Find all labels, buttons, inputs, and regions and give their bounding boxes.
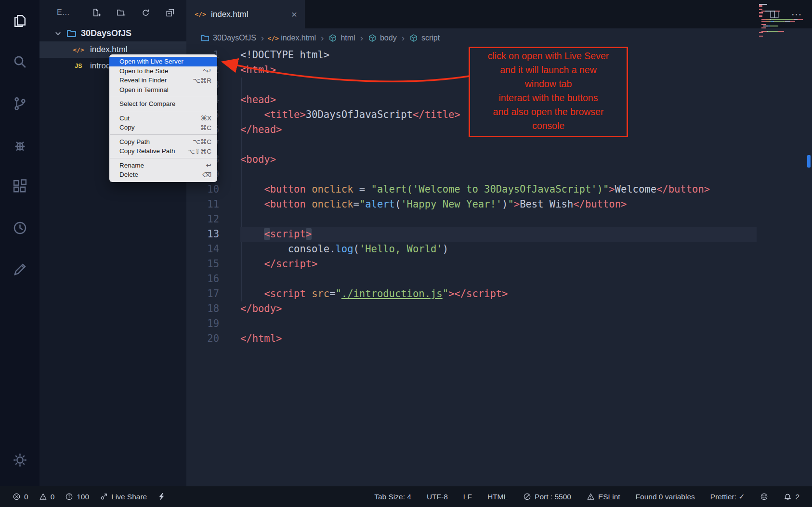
menu-rename[interactable]: Rename↩ — [109, 161, 217, 170]
new-file-icon[interactable] — [92, 8, 101, 17]
status-lf[interactable]: LF — [463, 493, 472, 501]
status-html[interactable]: HTML — [487, 493, 508, 501]
code-line[interactable]: 16 — [186, 272, 757, 286]
activity-clock-icon[interactable] — [0, 207, 39, 248]
js-file-icon: JS — [73, 63, 84, 69]
close-icon[interactable]: × — [291, 9, 297, 19]
line-number: 13 — [186, 227, 219, 242]
annotation-box: click on open with Live Sever and it wil… — [469, 47, 628, 137]
minimap-line — [759, 24, 805, 25]
status-label: Prettier: ✓ — [710, 493, 745, 501]
breadcrumb-index.html[interactable]: </>index.html — [269, 34, 316, 42]
activity-bar-top — [0, 0, 39, 290]
code-line[interactable]: 10 <button onclick = "alert('Welcome to … — [186, 182, 757, 197]
minimap-line — [759, 12, 805, 13]
explorer-title: E… — [57, 8, 70, 17]
breadcrumb-label: index.html — [281, 34, 316, 42]
status-label: 0 — [51, 493, 55, 501]
code-line[interactable]: 7 — [186, 137, 757, 152]
menu-copy[interactable]: Copy⌘C — [109, 123, 217, 132]
status-0[interactable]: 0 — [39, 493, 55, 501]
menu-separator — [110, 97, 217, 97]
status-label: 100 — [77, 493, 89, 501]
status-label: Found 0 variables — [636, 493, 695, 501]
new-folder-icon[interactable] — [117, 8, 126, 17]
line-number: 15 — [186, 257, 219, 272]
files-icon — [12, 13, 28, 29]
explorer-header: E… — [39, 0, 186, 25]
status-eslint[interactable]: ESLint — [587, 493, 620, 501]
menu-select-for-compare[interactable]: Select for Compare — [109, 99, 217, 109]
minimap[interactable] — [759, 4, 805, 38]
tab-index.html[interactable]: </>index.html× — [186, 0, 305, 28]
code-text: <script> — [240, 227, 757, 242]
status-smiley-icon[interactable] — [760, 493, 768, 501]
line-number: 19 — [186, 316, 219, 331]
status-label: Tab Size: 4 — [374, 493, 411, 501]
code-line[interactable]: 14 console.log('Hello, World') — [186, 242, 757, 257]
status-left: 00100Live Share — [13, 493, 166, 501]
info-icon — [65, 493, 73, 501]
status-label: 2 — [795, 493, 799, 501]
tree-root-30DaysOfJS[interactable]: 30DaysOfJS — [39, 25, 186, 41]
menu-open-to-the-side[interactable]: Open to the Side^↵ — [109, 66, 217, 76]
code-line[interactable]: 15 </script> — [186, 257, 757, 272]
code-line[interactable]: 9 — [186, 167, 757, 182]
activity-source-control-icon[interactable] — [0, 83, 39, 124]
breadcrumb-script[interactable]: script — [409, 34, 440, 42]
status-live-share[interactable]: Live Share — [100, 493, 147, 501]
status-2[interactable]: 2 — [784, 493, 799, 501]
lightning-icon — [157, 493, 166, 501]
breadcrumb-body[interactable]: body — [368, 34, 397, 42]
menu-copy-path[interactable]: Copy Path⌥⌘C — [109, 137, 217, 147]
breadcrumb-html[interactable]: html — [328, 34, 355, 42]
refresh-icon[interactable] — [141, 8, 150, 17]
status-100[interactable]: 100 — [65, 493, 89, 501]
code-line[interactable]: 13 <script> — [186, 227, 757, 242]
activity-search-icon[interactable] — [0, 41, 39, 83]
menu-copy-relative-path[interactable]: Copy Relative Path⌥⇧⌘C — [109, 146, 217, 156]
activity-run-debug-icon[interactable] — [0, 124, 39, 166]
code-line[interactable]: 11 <button onclick="alert('Happy New Yea… — [186, 197, 757, 212]
overview-ruler-marker — [807, 155, 811, 168]
gear-icon — [12, 452, 28, 468]
pen-icon — [12, 261, 28, 277]
code-line[interactable]: 17 <script src="./introduction.js"></scr… — [186, 286, 757, 301]
menu-open-with-live-server[interactable]: Open with Live Server — [109, 57, 217, 66]
collapse-all-icon[interactable] — [166, 8, 175, 17]
activity-files-icon[interactable] — [0, 0, 39, 41]
activity-extensions-icon[interactable] — [0, 166, 39, 207]
status-utf-8[interactable]: UTF-8 — [427, 493, 448, 501]
activity-gear-icon[interactable] — [0, 439, 39, 481]
html-file-icon: </> — [73, 46, 84, 53]
code-line[interactable]: 8<body> — [186, 152, 757, 167]
code-line[interactable]: 12 — [186, 212, 757, 227]
menu-delete[interactable]: Delete⌫ — [109, 170, 217, 180]
code-line[interactable]: 20</html> — [186, 331, 757, 346]
minimap-line — [759, 22, 805, 23]
code-line[interactable]: 18</body> — [186, 301, 757, 316]
menu-open-in-terminal[interactable]: Open in Terminal — [109, 85, 217, 95]
status-0[interactable]: 0 — [13, 493, 28, 501]
menu-cut[interactable]: Cut⌘X — [109, 114, 217, 123]
breadcrumb-30DaysOfJS[interactable]: 30DaysOfJS — [201, 34, 256, 42]
status-tab-size-4[interactable]: Tab Size: 4 — [374, 493, 411, 501]
code-text: </html> — [240, 331, 757, 346]
menu-reveal-in-finder[interactable]: Reveal in Finder⌥⌘R — [109, 76, 217, 85]
line-number: 10 — [186, 182, 219, 197]
code-line[interactable]: 19 — [186, 316, 757, 331]
minimap-line — [759, 36, 805, 37]
status-found-0-variables[interactable]: Found 0 variables — [636, 493, 695, 501]
vscode-window: E… 30DaysOfJS </>index.htmlJSintroductio… — [0, 0, 812, 507]
activity-pen-icon[interactable] — [0, 248, 39, 290]
minimap-line — [759, 26, 805, 26]
minimap-line — [759, 32, 805, 33]
status-prettier-[interactable]: Prettier: ✓ — [710, 493, 745, 501]
code-text — [240, 137, 757, 152]
breadcrumb-separator: › — [360, 33, 363, 43]
status-lightning-icon[interactable] — [157, 493, 166, 501]
code-text: </script> — [240, 257, 757, 272]
search-icon — [12, 54, 28, 70]
status-port-5500[interactable]: Port : 5500 — [523, 493, 571, 501]
tab-label: index.html — [211, 10, 248, 19]
